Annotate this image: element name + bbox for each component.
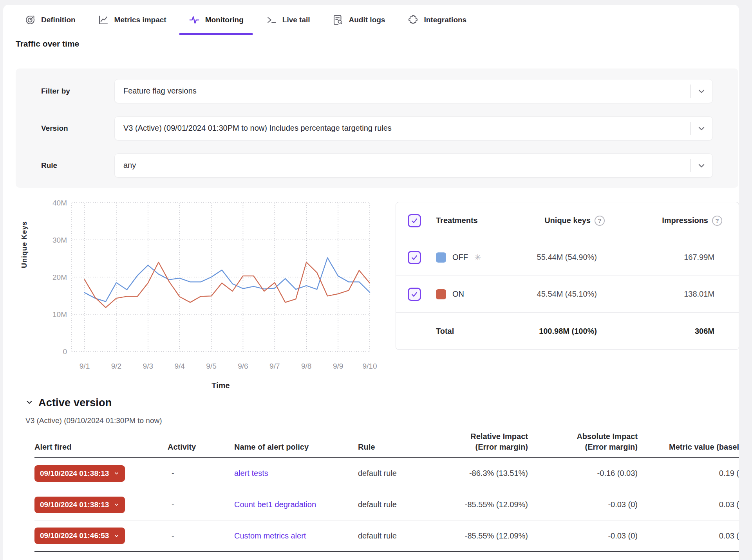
col-policy: Name of alert policy [226, 442, 344, 452]
relative-impact-cell: -85.55% (12.09%) [414, 531, 528, 540]
filter-by-select[interactable]: Feature flag versions [114, 79, 713, 103]
treatments-column-header: Treatments [436, 216, 495, 225]
svg-text:9/3: 9/3 [143, 362, 153, 370]
select-divider [690, 85, 691, 98]
alert-policy-link[interactable]: Custom metrics alert [234, 531, 306, 540]
metric-value-cell: 0.19 ( [638, 469, 739, 478]
on-checkbox[interactable] [408, 288, 421, 301]
version-label: Version [41, 124, 114, 133]
alert-fired-time: 09/10/2024 01:38:13 [40, 469, 109, 478]
puzzle-icon [407, 14, 419, 26]
svg-text:30M: 30M [52, 236, 67, 244]
relative-impact-line1: Relative Impact [470, 432, 528, 441]
filter-row-rule: Rule any [41, 153, 713, 178]
treatment-name-cell: ON [436, 289, 495, 299]
activity-cell: - [168, 500, 226, 509]
on-color-swatch [436, 289, 446, 299]
filter-row-filter-by: Filter by Feature flag versions [41, 79, 713, 103]
chart-icon [98, 14, 109, 26]
activity-cell: - [168, 469, 226, 478]
alert-policy-link[interactable]: Count bet1 degradation [234, 500, 316, 509]
chevron-down-icon[interactable] [697, 161, 706, 170]
treatment-name-cell: OFF ✳ [436, 252, 495, 263]
rule-select[interactable]: any [114, 153, 713, 178]
tab-label: Metrics impact [114, 16, 166, 24]
tab-live-tail[interactable]: Live tail [263, 5, 313, 35]
absolute-impact-line2: (Error margin) [585, 443, 638, 451]
tab-label: Audit logs [349, 16, 385, 24]
filter-by-label: Filter by [41, 87, 114, 95]
unique-keys-header-label: Unique keys [544, 216, 591, 225]
help-icon[interactable]: ? [595, 216, 605, 226]
svg-text:Unique Keys: Unique Keys [20, 221, 28, 268]
chevron-down-icon [114, 470, 119, 476]
col-absolute-impact: Absolute Impact (Error margin) [528, 431, 638, 452]
alert-fired-badge[interactable]: 09/10/2024 01:38:13 [34, 465, 125, 482]
treatment-name: OFF [452, 253, 468, 262]
active-version-header[interactable]: Active version [25, 397, 112, 409]
svg-text:9/2: 9/2 [111, 362, 121, 370]
tab-monitoring[interactable]: Monitoring [186, 5, 246, 35]
select-all-checkbox[interactable] [408, 214, 421, 227]
col-relative-impact: Relative Impact (Error margin) [414, 431, 528, 452]
alert-fired-time: 09/10/2024 01:46:53 [40, 531, 109, 540]
rule-label: Rule [41, 161, 114, 170]
tab-label: Live tail [282, 16, 310, 24]
alert-row: 09/10/2024 01:46:53 - Custom metrics ale… [34, 520, 739, 552]
svg-text:9/6: 9/6 [238, 362, 248, 370]
alert-fired-badge[interactable]: 09/10/2024 01:46:53 [34, 528, 125, 544]
filter-row-version: Version V3 (Active) (09/01/2024 01:30PM … [41, 116, 713, 140]
svg-text:9/5: 9/5 [206, 362, 216, 370]
rule-cell: default rule [344, 500, 414, 509]
activity-cell: - [168, 531, 226, 540]
alerts-table: Alert fired Activity Name of alert polic… [16, 431, 739, 552]
absolute-impact-cell: -0.03 (0) [528, 500, 638, 509]
impressions-column-header: Impressions ? [605, 216, 722, 226]
col-activity: Activity [168, 442, 226, 452]
unique-keys-value: 55.44M (54.90%) [495, 253, 605, 262]
select-divider [690, 122, 691, 135]
svg-text:9/9: 9/9 [333, 362, 343, 370]
svg-text:40M: 40M [52, 199, 67, 207]
help-icon[interactable]: ? [712, 216, 722, 226]
chevron-down-icon[interactable] [697, 124, 706, 133]
absolute-impact-cell: -0.03 (0) [528, 531, 638, 540]
total-impressions: 306M [605, 327, 722, 336]
chevron-down-icon[interactable] [697, 86, 706, 96]
select-divider [690, 159, 691, 172]
svg-text:9/10: 9/10 [363, 362, 377, 370]
off-checkbox[interactable] [408, 251, 421, 264]
alert-fired-badge[interactable]: 09/10/2024 01:38:13 [34, 497, 125, 513]
treatments-panel: Treatments Unique keys ? Impressions ? O… [396, 202, 739, 350]
svg-text:9/1: 9/1 [80, 362, 90, 370]
alert-fired-time: 09/10/2024 01:38:13 [40, 501, 109, 509]
relative-impact-cell: -86.3% (13.51%) [414, 469, 528, 478]
alert-policy-link[interactable]: alert tests [234, 469, 268, 477]
treatment-row-off: OFF ✳ 55.44M (54.90%) 167.99M [396, 239, 739, 276]
impressions-header-label: Impressions [662, 216, 708, 225]
active-version-subtitle: V3 (Active) (09/10/2024 01:30PM to now) [25, 416, 162, 425]
tab-audit-logs[interactable]: Audit logs [330, 5, 388, 35]
tab-metrics-impact[interactable]: Metrics impact [95, 5, 169, 35]
active-version-title: Active version [38, 397, 112, 409]
terminal-icon [266, 14, 277, 26]
chevron-down-icon [114, 533, 119, 539]
tab-definition[interactable]: Definition [22, 5, 78, 35]
filter-panel: Filter by Feature flag versions Version … [16, 68, 738, 188]
svg-text:Time: Time [212, 381, 230, 390]
chevron-down-icon[interactable] [25, 398, 34, 408]
off-color-swatch [436, 252, 446, 263]
svg-text:10M: 10M [52, 310, 67, 319]
filter-by-value: Feature flag versions [123, 86, 197, 95]
absolute-impact-line1: Absolute Impact [577, 432, 638, 441]
rule-cell: default rule [344, 531, 414, 540]
chevron-down-icon [114, 502, 119, 508]
col-rule: Rule [344, 442, 414, 452]
alert-row: 09/10/2024 01:38:13 - alert tests defaul… [34, 458, 739, 489]
svg-text:9/4: 9/4 [174, 362, 185, 370]
tab-integrations[interactable]: Integrations [405, 5, 469, 35]
traffic-chart: 010M20M30M40M9/19/29/39/49/59/69/79/89/9… [16, 198, 394, 395]
unique-keys-column-header: Unique keys ? [495, 216, 605, 226]
main-panel: Definition Metrics impact Monitoring Liv… [3, 5, 739, 560]
version-select[interactable]: V3 (Active) (09/01/2024 01:30PM to now) … [114, 116, 713, 140]
